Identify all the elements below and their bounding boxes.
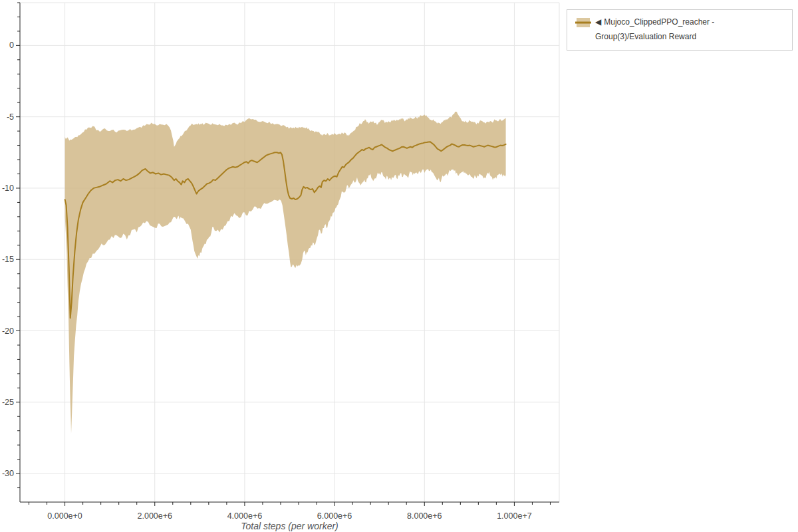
y-tick-label: -25 bbox=[2, 398, 14, 407]
x-axis-ticks: 0.000e+02.000e+64.000e+66.000e+68.000e+6… bbox=[29, 502, 551, 521]
y-tick-label: -20 bbox=[2, 327, 14, 336]
y-tick-label: 0 bbox=[9, 41, 14, 50]
y-tick-label: -15 bbox=[2, 255, 14, 264]
x-tick-label: 0.000e+0 bbox=[47, 511, 82, 521]
x-tick-label: 4.000e+6 bbox=[227, 511, 263, 521]
y-axis-ticks: 0-5-10-15-20-25-30 bbox=[2, 3, 20, 488]
legend-item[interactable]: ◀Mujoco_ClippedPPO_reacher - Group(3)/Ev… bbox=[595, 15, 787, 44]
confidence-band bbox=[65, 112, 506, 434]
legend-item-label: Mujoco_ClippedPPO_reacher - Group(3)/Eva… bbox=[595, 17, 714, 41]
legend-swatch-icon bbox=[575, 17, 591, 28]
y-tick-label: -10 bbox=[2, 184, 14, 193]
reward-plot[interactable]: 0-5-10-15-20-25-300.000e+02.000e+64.000e… bbox=[0, 0, 798, 532]
x-tick-label: 8.000e+6 bbox=[407, 511, 442, 521]
x-tick-label: 2.000e+6 bbox=[138, 511, 173, 521]
y-tick-label: -30 bbox=[2, 469, 14, 478]
y-tick-label: -5 bbox=[7, 112, 14, 122]
legend-selector-icon: ◀ bbox=[595, 17, 601, 27]
legend[interactable]: ◀Mujoco_ClippedPPO_reacher - Group(3)/Ev… bbox=[567, 9, 793, 51]
x-axis-title: Total steps (per worker) bbox=[20, 521, 559, 531]
x-tick-label: 6.000e+6 bbox=[317, 511, 352, 521]
dashboard-plot-panel: 0-5-10-15-20-25-300.000e+02.000e+64.000e… bbox=[0, 0, 798, 532]
x-tick-label: 1.000e+7 bbox=[497, 511, 532, 521]
